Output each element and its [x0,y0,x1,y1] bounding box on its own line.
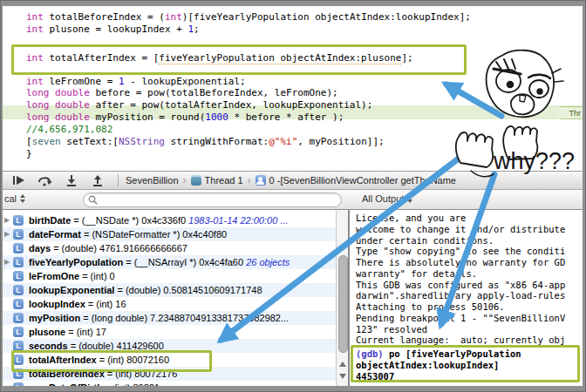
breadcrumb-item[interactable]: SevenBillion [126,175,179,186]
breadcrumb-chevron-icon: › [183,174,187,186]
search-icon [88,195,98,205]
gdb-prompt: (gdb) [356,348,384,359]
variable-text: plusone = (int) 17 [29,325,106,339]
gdb-result: 4453007 [356,371,577,382]
variable-row-days[interactable]: Ldays = (double) 4761.916666666667 [3,241,336,255]
annotation-box-console: (gdb) po [fiveYearlyPopulation objectAtI… [351,345,580,382]
console-line: darwin".sharedlibrary apply-load-rules [356,290,583,301]
variable-text: fiveYearlyPopulation = (__NSArrayI *) 0x… [29,255,290,269]
local-variable-icon: L [13,382,24,386]
variables-search-field[interactable] [83,193,342,207]
code-line[interactable]: } [26,148,32,160]
variable-row-userDateOfBirth[interactable]: LuserDateOfBirth = (int) 39221 [3,381,336,386]
gdb-prompt-trailing: (gdb) [356,384,384,386]
scroll-down-icon[interactable] [339,374,346,379]
step-out-button[interactable] [88,172,107,188]
variable-row-leFromOne[interactable]: LleFromOne = (int) 0 [3,269,336,283]
scope-stepper-icon [20,194,25,203]
code-line[interactable]: //4,656,971,082 [26,124,112,136]
variable-row-dateFormat[interactable]: ▶LdateFormat = (NSDateFormatter *) 0x4c4… [3,227,336,241]
scope-selector-label: cal [4,193,17,204]
gdb-command-line2: objectAtIndex:lookupIndex] [356,360,577,371]
variable-text: birthDate = (__NSDate *) 0x4c336f0 1983-… [29,213,288,227]
filter-bar: cal All Output [3,190,583,210]
variable-text: userDateOfBirth = (int) 39221 [29,381,160,386]
code-line[interactable]: int totalBeforeIndex = (int)[fiveYearlyP… [26,11,471,24]
thread-tag-label: Thr [569,109,582,118]
variable-row-birthDate[interactable]: ▶LbirthDate = (__NSDate *) 0x4c336f0 198… [3,213,336,227]
console-line: There is absolutely no warranty for GD [356,257,583,268]
frame-icon [256,175,266,186]
disclosure-triangle-icon[interactable]: ▶ [4,213,10,227]
console-line: warranty" for details. [356,268,583,280]
variable-row-fiveYearlyPopulation[interactable]: ▶LfiveYearlyPopulation = (__NSArrayI *) … [3,255,336,269]
variable-row-plusone[interactable]: Lplusone = (int) 17 [3,325,336,339]
variables-scrollbar[interactable] [336,210,348,386]
variable-row-myPosition[interactable]: LmyPosition = (long double) 7.2348870491… [3,311,336,325]
debug-breadcrumb: SevenBillion›Thread 1›0 -[SevenBillionVi… [126,174,456,186]
local-variable-icon: L [13,327,24,337]
xcode-debug-window: int totalBeforeIndex = (int)[fiveYearlyP… [3,6,583,386]
scope-selector[interactable]: cal [4,193,25,204]
console-output-selector-label: All Output [362,193,404,204]
step-into-button[interactable] [62,172,81,188]
local-variable-icon: L [13,257,24,267]
window-frame: int totalBeforeIndex = (int)[fiveYearlyP… [0,0,586,392]
console-line: Attaching to process 50106. [356,301,583,313]
code-line[interactable]: [seven setText:[NSString stringWithForma… [26,136,385,148]
variable-row-lookupExponential[interactable]: LlookupExponential = (double) 0.50814510… [3,283,336,297]
breadcrumb-label: 0 -[SevenBillionViewController getThaNam… [269,175,456,186]
disclosure-triangle-icon[interactable]: ▶ [4,255,10,269]
breadcrumb-item[interactable]: 0 -[SevenBillionViewController getThaNam… [256,175,456,186]
code-editor[interactable]: int totalBeforeIndex = (int)[fiveYearlyP… [3,6,583,171]
variable-text: leFromOne = (int) 0 [29,269,115,283]
local-variable-icon: L [13,229,24,240]
variable-text: lookupExponential = (double) 0.508145106… [29,283,262,297]
output-stepper-icon [407,194,412,203]
variables-pane[interactable]: ▶LbirthDate = (__NSDate *) 0x4c336f0 198… [3,210,348,386]
console-line: 123" resolved [356,324,583,335]
console-line: This GDB was configured as "x86_64-app [356,280,583,291]
variable-text: lookupIndex = (int) 16 [29,297,126,311]
console-line: Type "show copying" to see the conditi [356,246,583,257]
local-variable-icon: L [13,215,24,226]
console-line: License, and you are [356,213,583,224]
code-line[interactable]: long double after = pow(totalAfterIndex,… [26,99,372,112]
variable-text: days = (double) 4761.916666666667 [29,241,187,255]
breadcrumb-chevron-icon: › [248,174,251,186]
console-line: under certain conditions. [356,235,583,247]
breadcrumb-label: SevenBillion [126,175,179,186]
annotation-box-code [11,44,467,75]
local-variable-icon: L [13,271,24,281]
local-variable-icon: L [13,243,24,253]
console-line: welcome to change it and/or distribute [356,224,583,235]
disclosure-triangle-icon[interactable]: ▶ [4,227,10,241]
code-line[interactable]: long double before = pow(totalBeforeInde… [26,87,338,99]
step-over-icon [37,174,53,186]
scrollbar-thumb[interactable] [338,255,348,353]
console-output: License, and you arewelcome to change it… [356,213,583,346]
toolbar-separator [118,174,119,186]
console-output-selector[interactable]: All Output [362,193,412,204]
continue-button[interactable] [10,172,29,188]
variable-text: dateFormat = (NSDateFormatter *) 0x4c40f… [29,227,227,241]
annotation-box-variable [11,350,212,372]
variable-row-lookupIndex[interactable]: LlookupIndex = (int) 16 [3,297,336,311]
code-line[interactable]: long double myPosition = round(1000 * be… [26,112,344,124]
local-variable-icon: L [13,299,24,309]
gdb-command-line: (gdb) po [fiveYearlyPopulation [356,348,577,360]
step-over-button[interactable] [36,172,55,188]
code-line[interactable]: int plusone = lookupIndex + 1; [26,24,200,36]
breadcrumb-label: Thread 1 [205,175,243,186]
continue-icon [12,174,26,186]
scroll-up-icon[interactable] [339,362,346,367]
breadcrumb-item[interactable]: Thread 1 [191,175,243,186]
debug-toolbar: SevenBillion›Thread 1›0 -[SevenBillionVi… [3,171,583,190]
code-line[interactable]: int leFromOne = 1 - lookupExponential; [26,76,246,88]
local-variable-icon: L [13,285,24,295]
search-input[interactable] [98,194,341,206]
console-line: Pending breakpoint 1 - ""SevenBillionV [356,313,583,324]
local-variable-icon: L [13,313,24,323]
variable-text: myPosition = (long double) 7.23488704913… [29,311,289,325]
console-pane[interactable]: License, and you arewelcome to change it… [350,210,583,386]
